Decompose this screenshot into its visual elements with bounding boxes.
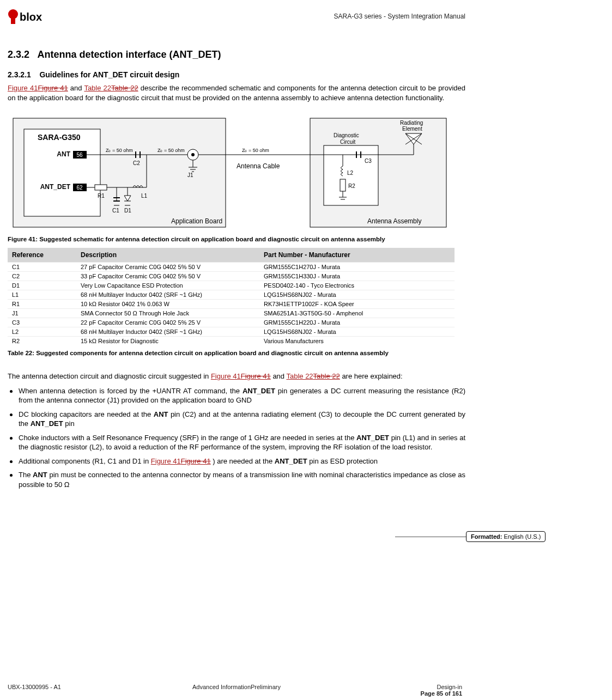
figure-ref-old: Figure 41 bbox=[38, 84, 68, 92]
col-desc: Description bbox=[76, 248, 259, 263]
ant-det-pin-label: ANT_DET bbox=[40, 183, 71, 191]
section-heading: 2.3.2 Antenna detection interface (ANT_D… bbox=[8, 49, 465, 60]
text-bold: ANT_DET bbox=[275, 457, 307, 465]
r1-label: R1 bbox=[98, 193, 105, 199]
table-cell: 27 pF Capacitor Ceramic C0G 0402 5% 50 V bbox=[76, 263, 259, 272]
c2-label: C2 bbox=[133, 160, 140, 166]
ant-det-pin-number: 62 bbox=[76, 185, 83, 191]
table-row: R110 kΩ Resistor 0402 1% 0.063 WRK73H1ET… bbox=[8, 300, 455, 309]
bullet-list: When antenna detection is forced by the … bbox=[8, 386, 465, 490]
table-ref[interactable]: Table 22 bbox=[286, 372, 313, 380]
table-row: J1SMA Connector 50 Ω Through Hole JackSM… bbox=[8, 309, 455, 318]
table-cell: 15 kΩ Resistor for Diagnostic bbox=[76, 337, 259, 346]
footer-center: Advanced InformationPreliminary bbox=[192, 684, 281, 690]
list-item: DC blocking capacitors are needed at the… bbox=[10, 410, 465, 429]
table-cell: L2 bbox=[8, 327, 76, 337]
table-ref-old: Table 22 bbox=[313, 372, 340, 380]
text: and bbox=[70, 84, 84, 92]
footer-right-line1: Design-in bbox=[437, 684, 462, 690]
radiating-label-1: Radiating bbox=[400, 120, 423, 126]
col-ref: Reference bbox=[8, 248, 76, 263]
text: DC blocking capacitors are needed at the bbox=[19, 410, 154, 418]
list-item: When antenna detection is forced by the … bbox=[10, 386, 465, 405]
comment-leader-line bbox=[395, 537, 466, 537]
text: The antenna detection circuit and diagno… bbox=[8, 372, 211, 380]
z0-label: Z₀ = 50 ohm bbox=[106, 148, 133, 153]
figure-ref[interactable]: Figure 41 bbox=[151, 457, 181, 465]
table-cell: L1 bbox=[8, 290, 76, 300]
table-cell: C3 bbox=[8, 318, 76, 327]
table-cell: LQG15HS68NJ02 - Murata bbox=[259, 290, 455, 300]
comment-value: English (U.S.) bbox=[504, 533, 541, 540]
c3-label: C3 bbox=[365, 158, 372, 164]
section-number: 2.3.2 bbox=[8, 49, 29, 60]
table-cell: R1 bbox=[8, 300, 76, 309]
figure-ref-old: Figure 41 bbox=[181, 457, 211, 465]
footer-right: Design-in Page 85 of 161 bbox=[421, 684, 462, 697]
table-cell: J1 bbox=[8, 309, 76, 318]
text: are here explained: bbox=[342, 372, 402, 380]
table-cell: 68 nH Multilayer Inductor 0402 (SRF ~1 G… bbox=[76, 327, 259, 337]
table-cell: SMA6251A1-3GT50G-50 - Amphenol bbox=[259, 309, 455, 318]
table-cell: 22 pF Capacitor Ceramic C0G 0402 5% 25 V bbox=[76, 318, 259, 327]
table-cell: 10 kΩ Resistor 0402 1% 0.063 W bbox=[76, 300, 259, 309]
table-cell: Very Low Capacitance ESD Protection bbox=[76, 281, 259, 290]
z0-label-3: Z₀ = 50 ohm bbox=[242, 148, 269, 153]
text: Additional components (R1, C1 and D1 in bbox=[19, 457, 151, 465]
c1-label: C1 bbox=[112, 208, 119, 214]
footer-page-number: Page 85 of 161 bbox=[421, 690, 462, 697]
explanation-intro: The antenna detection circuit and diagno… bbox=[8, 372, 465, 381]
col-pn: Part Number - Manufacturer bbox=[259, 248, 455, 263]
schematic-figure: Application Board SARA-G350 ANT 56 Z₀ = … bbox=[8, 113, 449, 233]
text: ) are needed at the bbox=[213, 457, 274, 465]
figure-ref[interactable]: Figure 41 bbox=[211, 372, 241, 380]
doc-title: SARA-G3 series - System Integration Manu… bbox=[334, 13, 465, 20]
comment-label: Formatted: bbox=[471, 533, 502, 540]
text: and bbox=[272, 372, 286, 380]
table-cell: PESD0402-140 - Tyco Electronics bbox=[259, 281, 455, 290]
text-bold: ANT bbox=[154, 410, 168, 418]
table-cell: LQG15HS68NJ02 - Murata bbox=[259, 327, 455, 337]
ant-pin-number: 56 bbox=[76, 152, 83, 158]
figure-ref[interactable]: Figure 41 bbox=[8, 84, 38, 92]
svg-rect-4 bbox=[24, 129, 100, 216]
components-table: Reference Description Part Number - Manu… bbox=[8, 248, 455, 345]
table-cell: 68 nH Multilayer Inductor 0402 (SRF ~1 G… bbox=[76, 290, 259, 300]
l2-label: L2 bbox=[347, 170, 354, 176]
j1-label: J1 bbox=[187, 172, 193, 178]
svg-point-10 bbox=[191, 153, 195, 156]
comment-balloon[interactable]: Formatted: English (U.S.) bbox=[466, 531, 546, 542]
text-bold: ANT_DET bbox=[356, 434, 389, 442]
antenna-assembly-label: Antenna Assembly bbox=[367, 217, 421, 225]
table-row: R215 kΩ Resistor for DiagnosticVarious M… bbox=[8, 337, 455, 346]
module-name: SARA-G350 bbox=[38, 133, 81, 142]
subsection-heading: 2.3.2.1 Guidelines for ANT_DET circuit d… bbox=[8, 70, 465, 79]
intro-paragraph: Figure 41Figure 41 and Table 22Table 22 … bbox=[8, 83, 465, 103]
table-cell: 33 pF Capacitor Ceramic C0G 0402 5% 50 V bbox=[76, 272, 259, 281]
list-item: Choke inductors with a Self Resonance Fr… bbox=[10, 433, 465, 452]
table-cell: RK73H1ETTP1002F - KOA Speer bbox=[259, 300, 455, 309]
review-comment: Formatted: English (U.S.) bbox=[466, 531, 608, 542]
subsection-title: Guidelines for ANT_DET circuit design bbox=[39, 70, 179, 79]
table-row: L168 nH Multilayer Inductor 0402 (SRF ~1… bbox=[8, 290, 455, 300]
text: pin as ESD protection bbox=[309, 457, 378, 465]
table-row: C322 pF Capacitor Ceramic C0G 0402 5% 25… bbox=[8, 318, 455, 327]
diag-circuit-label-2: Circuit bbox=[340, 139, 356, 145]
table-row: C233 pF Capacitor Ceramic C0G 0402 5% 50… bbox=[8, 272, 455, 281]
table-row: C127 pF Capacitor Ceramic C0G 0402 5% 50… bbox=[8, 263, 455, 272]
svg-rect-17 bbox=[95, 185, 107, 190]
app-board-label: Application Board bbox=[171, 217, 222, 225]
table-ref-old: Table 22 bbox=[111, 84, 138, 92]
text: The bbox=[19, 471, 33, 479]
table-cell: GRM1555C1H220J - Murata bbox=[259, 318, 455, 327]
l1-label: L1 bbox=[141, 193, 148, 199]
text: pin must be connected to the antenna con… bbox=[19, 471, 465, 489]
antenna-cable-label: Antenna Cable bbox=[237, 162, 280, 170]
text-bold: ANT_DET bbox=[243, 387, 275, 395]
text: pin bbox=[65, 419, 74, 428]
table-cell: GRM1555C1H270J - Murata bbox=[259, 263, 455, 272]
table-cell: D1 bbox=[8, 281, 76, 290]
table-cell: R2 bbox=[8, 337, 76, 346]
table-header-row: Reference Description Part Number - Manu… bbox=[8, 248, 455, 263]
table-ref[interactable]: Table 22 bbox=[84, 84, 111, 92]
